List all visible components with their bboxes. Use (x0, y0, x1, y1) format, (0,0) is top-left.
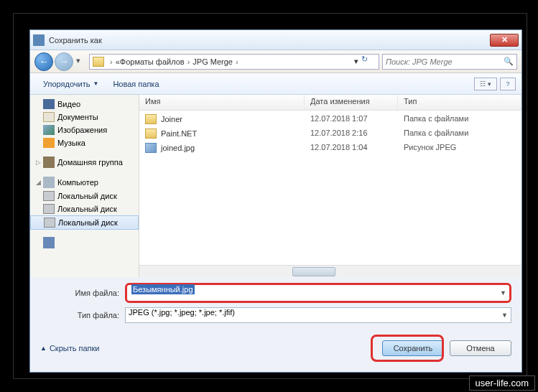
save-as-dialog: Сохранить как ✕ ← → ▾ › « Форматы файлов… (29, 29, 522, 373)
breadcrumb[interactable]: › « Форматы файлов › JPG Merge › ▾ ↻ (89, 54, 379, 70)
file-list-area: Имя Дата изменения Тип Joiner12.07.2018 … (139, 95, 521, 277)
watermark: user-life.com (469, 375, 535, 391)
forward-button[interactable]: → (55, 52, 73, 71)
sidebar-item-localdisk[interactable]: Локальный диск (30, 190, 139, 202)
nav-history-dropdown[interactable]: ▾ (76, 56, 86, 67)
chevron-icon: › (187, 57, 190, 66)
folder-icon (93, 57, 104, 67)
file-name: Paint.NET (161, 129, 197, 138)
sidebar-group-computer[interactable]: ◢Компьютер (30, 175, 139, 190)
file-date: 12.07.2018 1:07 (305, 113, 398, 125)
hide-folders-toggle[interactable]: ▲ Скрыть папки (40, 344, 100, 353)
sidebar-group-homegroup[interactable]: ▷Домашняя группа (30, 155, 139, 169)
search-box[interactable]: 🔍 (382, 54, 517, 70)
breadcrumb-item[interactable]: Форматы файлов (120, 57, 185, 66)
folder-icon (145, 129, 157, 139)
file-row[interactable]: Paint.NET12.07.2018 2:16Папка с файлами (139, 126, 521, 141)
cancel-button[interactable]: Отмена (450, 340, 511, 356)
filetype-label: Тип файла: (40, 311, 125, 319)
file-name: Joiner (161, 115, 182, 123)
sidebar-item-documents[interactable]: Документы (30, 111, 139, 123)
search-icon[interactable]: 🔍 (504, 57, 514, 66)
sidebar-item-localdisk[interactable]: Локальный диск (30, 215, 139, 230)
file-name: joined.jpg (161, 144, 195, 152)
chevron-down-icon[interactable]: ▼ (501, 312, 508, 319)
window-title: Сохранить как (49, 36, 490, 45)
navbar: ← → ▾ › « Форматы файлов › JPG Merge › ▾… (30, 50, 521, 73)
titlebar: Сохранить как ✕ (30, 30, 521, 50)
file-date: 12.07.2018 2:16 (305, 128, 398, 139)
search-input[interactable] (386, 57, 504, 66)
filetype-select[interactable]: JPEG (*.jpg; *.jpeg; *.jpe; *.jfif) ▼ (125, 307, 511, 323)
file-row[interactable]: Joiner12.07.2018 1:07Папка с файлами (139, 112, 521, 126)
file-type: Папка с файлами (398, 128, 474, 139)
filetype-value: JPEG (*.jpg; *.jpeg; *.jpe; *.jfif) (129, 308, 235, 317)
view-mode-button[interactable]: ☷ ▾ (474, 78, 497, 90)
toolbar: Упорядочить▼ Новая папка ☷ ▾ ? (30, 73, 521, 95)
folder-icon (145, 114, 157, 124)
chevron-icon: › (110, 57, 113, 66)
sidebar-item-images[interactable]: Изображения (30, 123, 139, 136)
sidebar-item-video[interactable]: Видео (30, 98, 139, 111)
column-type[interactable]: Тип (398, 95, 521, 110)
sidebar-item-localdisk[interactable]: Локальный диск (30, 202, 139, 215)
breadcrumb-item[interactable]: JPG Merge (193, 57, 233, 66)
chevron-down-icon[interactable]: ▼ (500, 289, 506, 297)
chevron-up-icon: ▲ (40, 345, 47, 352)
sidebar-group-network[interactable] (30, 235, 139, 250)
image-icon (145, 143, 157, 153)
sidebar-item-music[interactable]: Музыка (30, 136, 139, 149)
breadcrumb-dropdown[interactable]: ▾ (354, 57, 358, 66)
close-button[interactable]: ✕ (490, 34, 519, 47)
column-date[interactable]: Дата изменения (305, 95, 398, 110)
chevron-icon: › (236, 57, 238, 66)
refresh-icon[interactable]: ↻ (361, 55, 376, 69)
file-date: 12.07.2018 1:04 (305, 142, 398, 154)
app-icon (33, 34, 45, 46)
footer: ▲ Скрыть папки Сохранить Отмена (30, 333, 521, 365)
filename-input[interactable]: Безымянный.jpg (131, 284, 195, 294)
filename-label: Имя файла: (40, 289, 125, 297)
organize-button[interactable]: Упорядочить▼ (36, 77, 106, 91)
help-button[interactable]: ? (500, 78, 516, 90)
bottom-panel: Имя файла: Безымянный.jpg ▼ Тип файла: J… (30, 277, 521, 333)
filename-input-wrapper[interactable]: Безымянный.jpg ▼ (125, 283, 511, 303)
column-name[interactable]: Имя (139, 95, 305, 110)
horizontal-scrollbar[interactable] (139, 265, 521, 277)
files-container: Joiner12.07.2018 1:07Папка с файламиPain… (139, 111, 521, 265)
column-headers: Имя Дата изменения Тип (139, 95, 521, 111)
new-folder-button[interactable]: Новая папка (106, 77, 166, 91)
save-button[interactable]: Сохранить (382, 340, 444, 356)
back-button[interactable]: ← (34, 52, 53, 71)
file-type: Папка с файлами (398, 113, 474, 125)
file-row[interactable]: joined.jpg12.07.2018 1:04Рисунок JPEG (139, 141, 521, 155)
scrollbar-thumb[interactable] (292, 267, 335, 276)
sidebar: Видео Документы Изображения Музыка ▷Дома… (30, 95, 139, 277)
file-type: Рисунок JPEG (398, 142, 462, 154)
